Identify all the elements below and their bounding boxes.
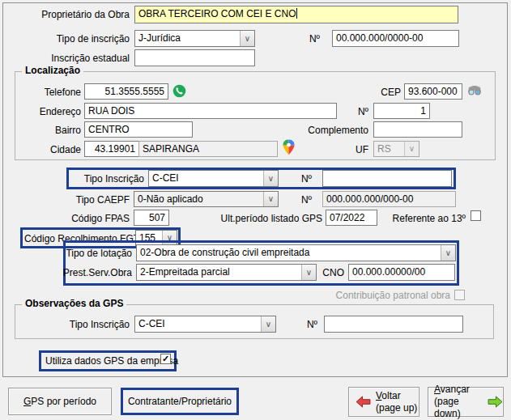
contribuicao-checkbox	[454, 290, 465, 300]
obra-tipo-inscricao-label: Tipo Inscrição	[71, 173, 144, 185]
whatsapp-icon[interactable]	[172, 84, 186, 98]
prest-serv-select[interactable]: 2-Empreitada parcial ∨	[136, 264, 317, 281]
codigo-fpas-input[interactable]: 507	[134, 210, 169, 226]
inscricao-estadual-label: Inscrição estadual	[6, 53, 130, 64]
cno-label: CNO	[317, 267, 344, 278]
obs-tipo-inscricao-value: C-CEI	[135, 316, 261, 332]
tipo-lotacao-value: 02-Obra de construção civil empreitada	[137, 245, 441, 261]
tipo-caepf-value: 0-Não aplicado	[134, 192, 263, 206]
contratante-proprietario-button[interactable]: Contratante/Proprietário	[121, 388, 239, 415]
telefone-input[interactable]: 51.3555.5555	[84, 83, 168, 100]
chevron-down-icon[interactable]: ∨	[263, 192, 278, 206]
maps-pin-icon[interactable]	[283, 139, 295, 155]
tipo-inscricao-value: J-Jurídica	[135, 31, 240, 46]
numero-endereco-label: Nº	[340, 106, 368, 117]
binoculars-icon[interactable]	[467, 85, 482, 96]
obra-tipo-inscricao-value: C-CEI	[149, 171, 263, 186]
endereco-input[interactable]: RUA DOIS	[84, 103, 337, 119]
obra-numero-label: Nº	[283, 173, 312, 185]
avancar-button[interactable]: Avançar (page down)	[428, 387, 504, 417]
voltar-line2: (page up)	[376, 402, 417, 414]
avancar-line1: Avançar	[434, 384, 483, 396]
endereco-label: Endereço	[15, 106, 81, 117]
gps-por-periodo-button[interactable]: GPS por período	[8, 388, 112, 415]
uf-label: UF	[340, 144, 368, 155]
obra-tipo-inscricao-select[interactable]: C-CEI ∨	[148, 170, 279, 187]
codigo-fpas-label: Código FPAS	[49, 213, 130, 224]
gps-empresa-checkbox[interactable]: ✓	[160, 354, 171, 364]
chevron-down-icon: ∨	[404, 142, 419, 156]
codigo-fgts-select[interactable]: 155 ∨	[135, 230, 177, 246]
voltar-line1: Voltar	[376, 390, 417, 402]
ult-periodo-input[interactable]: 07/2022	[326, 210, 377, 226]
telefone-label: Telefone	[15, 87, 81, 98]
ult-periodo-label: Ult.período listado GPS	[211, 213, 322, 224]
tipo-lotacao-label: Tipo de lotação	[65, 248, 132, 259]
chevron-down-icon[interactable]: ∨	[162, 231, 177, 245]
arrow-right-icon	[488, 396, 503, 408]
tipo-caepf-label: Tipo CAEPF	[49, 194, 130, 206]
uf-value: RS	[374, 142, 404, 156]
tipo-lotacao-select[interactable]: 02-Obra de construção civil empreitada ∨	[136, 244, 456, 261]
caepf-numero-field: 000.000.000/000-00	[322, 191, 456, 207]
avancar-line2: (page down)	[434, 396, 483, 420]
numero-endereco-input[interactable]: 1	[373, 103, 430, 119]
numero-input[interactable]: 00.000.000/0000-00	[332, 30, 459, 47]
tipo-inscricao-label: Tipo de inscrição	[6, 33, 130, 45]
owner-label: Proprietário da Obra	[6, 9, 130, 20]
voltar-label: Voltar (page up)	[376, 390, 417, 414]
obs-numero-input[interactable]	[324, 316, 463, 333]
complemento-label: Complemento	[300, 125, 368, 136]
chevron-down-icon[interactable]: ∨	[301, 265, 316, 280]
cep-input[interactable]: 93.600-000	[404, 83, 462, 100]
codigo-fgts-label: Código Recolhimento FGTS	[24, 233, 132, 244]
gps-empresa-label: Utiliza dados GPS da empresa	[45, 355, 159, 367]
chevron-down-icon[interactable]: ∨	[441, 245, 455, 261]
arrow-left-icon	[356, 396, 371, 408]
numero-label: Nº	[287, 33, 320, 45]
codigo-fgts-value: 155	[136, 231, 162, 245]
owner-input-text: OBRA TERCEIRO COM CEI E CNO	[138, 8, 296, 19]
caepf-numero-label: Nº	[283, 194, 312, 206]
obs-tipo-inscricao-label: Tipo Inscrição	[49, 319, 130, 330]
prest-serv-label: Prest.Serv.Obra	[62, 267, 132, 278]
obs-tipo-inscricao-select[interactable]: C-CEI ∨	[134, 316, 276, 333]
localizacao-title: Localização	[22, 65, 83, 77]
complemento-input[interactable]	[373, 121, 462, 138]
tipo-caepf-select[interactable]: 0-Não aplicado ∨	[134, 191, 279, 207]
cidade-codigo-input[interactable]: 43.19901	[84, 141, 139, 157]
tipo-inscricao-select[interactable]: J-Jurídica ∨	[134, 30, 255, 47]
chevron-down-icon[interactable]: ∨	[240, 31, 254, 46]
referente-13-label: Referente ao 13º	[381, 213, 466, 224]
referente-13-checkbox[interactable]	[471, 210, 481, 221]
chevron-down-icon[interactable]: ∨	[261, 316, 275, 332]
bairro-input[interactable]: CENTRO	[84, 121, 193, 138]
obra-numero-input[interactable]	[322, 170, 452, 187]
uf-select: RS ∨	[373, 141, 419, 157]
owner-input[interactable]: OBRA TERCEIRO COM CEI E CNO	[134, 6, 458, 23]
prest-serv-value: 2-Empreitada parcial	[137, 265, 301, 280]
inscricao-estadual-input[interactable]	[134, 49, 255, 66]
cep-label: CEP	[356, 87, 401, 98]
contratante-proprietario-label: Contratante/Proprietário	[128, 396, 232, 407]
obs-numero-label: Nº	[283, 319, 317, 330]
chevron-down-icon[interactable]: ∨	[263, 171, 278, 186]
avancar-label: Avançar (page down)	[434, 384, 483, 420]
bairro-label: Bairro	[15, 125, 81, 136]
contribuicao-label: Contribuição patronal obra	[324, 290, 450, 301]
cno-input[interactable]: 00.000.00000/00	[348, 264, 455, 281]
cidade-nome-field: SAPIRANGA	[138, 141, 278, 157]
observacoes-title: Observações da GPS	[22, 298, 126, 310]
voltar-button[interactable]: Voltar (page up)	[348, 387, 419, 417]
gps-por-periodo-label: GPS por período	[23, 396, 96, 407]
text-caret	[296, 8, 297, 19]
cidade-label: Cidade	[15, 144, 81, 155]
